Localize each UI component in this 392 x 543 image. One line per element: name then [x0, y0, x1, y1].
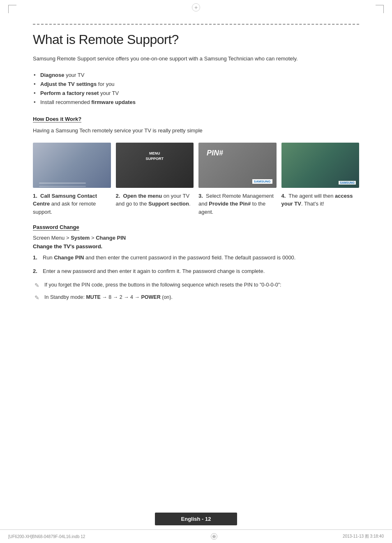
list-item: Adjust the TV settings for you	[33, 80, 359, 89]
main-content: What is Remote Support? Samsung Remote S…	[0, 12, 392, 413]
note-item-1: ✎ If you forget the PIN code, press the …	[33, 281, 359, 290]
corner-mark-right	[376, 5, 384, 13]
dashed-rule	[33, 24, 359, 25]
footer-bottom: [UF6200-XH]BN68-04879F-04L16.indb 12 ⊕ 2…	[0, 529, 392, 543]
reg-mark-top	[192, 3, 200, 12]
step-item-4: 4. The agent will then access your TV. T…	[281, 143, 360, 216]
intro-text: Samsung Remote Support service offers yo…	[33, 55, 359, 63]
step-image-3	[198, 143, 277, 188]
footer-label-wrapper: English - 12	[0, 513, 392, 525]
reg-mark-bottom: ⊕	[211, 533, 217, 540]
note-icon-2: ✎	[35, 293, 42, 302]
password-step-2: 2. Enter a new password and then enter i…	[33, 267, 359, 276]
password-section: Password Change Screen Menu > System > C…	[33, 224, 359, 302]
note-text-2: In Standby mode: MUTE → 8 → 2 → 4 → POWE…	[44, 293, 173, 302]
password-heading: Password Change	[33, 224, 79, 231]
step-text-2: Enter a new password and then enter it a…	[43, 267, 265, 276]
list-item: Diagnose your TV	[33, 71, 359, 80]
step-image-1	[33, 143, 111, 188]
step-item-3: 3. Select Remote Management and Provide …	[198, 143, 277, 216]
step-label-1: 1. Call Samsung Contact Centre and ask f…	[33, 192, 111, 216]
change-password-heading: Change the TV's password.	[33, 243, 359, 250]
how-heading: How Does it Work?	[33, 116, 81, 122]
footer-date-info: 2013-11-13 图 3:18:40	[343, 534, 384, 539]
step-item-1: 1. Call Samsung Contact Centre and ask f…	[33, 143, 111, 216]
step-label-3: 3. Select Remote Management and Provide …	[198, 192, 277, 216]
step-text-1: Run Change PIN and then enter the curren…	[43, 254, 295, 262]
screen-menu-line: Screen Menu > System > Change PIN	[33, 235, 359, 241]
step-label-4: 4. The agent will then access your TV. T…	[281, 192, 360, 208]
step-num-2: 2.	[33, 267, 39, 276]
content-spacer	[0, 413, 392, 513]
note-text-1: If you forget the PIN code, press the bu…	[44, 281, 281, 290]
footer-file-info: [UF6200-XH]BN68-04879F-04L16.indb 12	[8, 534, 85, 539]
note-icon-1: ✎	[35, 281, 42, 290]
step-label-2: 2. Open the menu on your TV and go to th…	[116, 192, 194, 208]
steps-row: 1. Call Samsung Contact Centre and ask f…	[33, 143, 359, 216]
step-image-4	[281, 143, 360, 188]
corner-mark-left	[8, 5, 16, 13]
how-subtitle: Having a Samsung Tech remotely service y…	[33, 127, 359, 135]
password-steps: 1. Run Change PIN and then enter the cur…	[33, 254, 359, 302]
footer-page-label: English - 12	[155, 513, 237, 525]
header-registration	[0, 0, 392, 12]
list-item: Install recommended firmware updates	[33, 98, 359, 107]
page-wrapper: What is Remote Support? Samsung Remote S…	[0, 0, 392, 543]
bullet-list: Diagnose your TV Adjust the TV settings …	[33, 71, 359, 107]
list-item: Perform a factory reset your TV	[33, 89, 359, 98]
step-image-2	[116, 143, 194, 188]
step-num-1: 1.	[33, 254, 39, 262]
password-step-1: 1. Run Change PIN and then enter the cur…	[33, 254, 359, 262]
page-title: What is Remote Support?	[33, 32, 359, 47]
step-item-2: 2. Open the menu on your TV and go to th…	[116, 143, 194, 216]
note-item-2: ✎ In Standby mode: MUTE → 8 → 2 → 4 → PO…	[33, 293, 359, 302]
